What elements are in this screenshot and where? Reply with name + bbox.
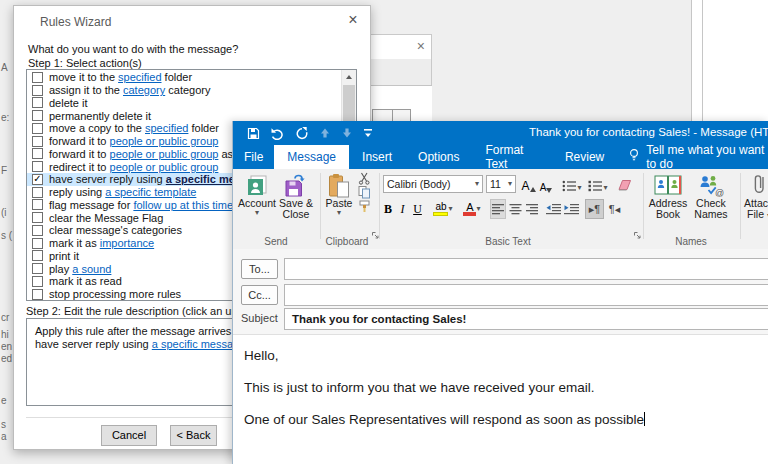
up-arrow-icon[interactable] — [319, 127, 331, 139]
chevron-down-icon: ▾ — [337, 209, 341, 217]
action-value-link[interactable]: people or public group — [110, 135, 219, 147]
paste-button[interactable]: Paste ▾ — [324, 171, 354, 217]
scroll-up-button[interactable] — [342, 70, 356, 84]
tab-file[interactable]: File — [233, 145, 274, 169]
tab-review[interactable]: Review — [552, 145, 617, 169]
action-checkbox[interactable] — [32, 72, 43, 83]
action-list-item[interactable]: move it to the specified folder — [27, 71, 341, 84]
right-to-left-button[interactable]: ¶◂ — [605, 199, 624, 219]
action-checkbox[interactable] — [32, 148, 43, 159]
save-and-close-button[interactable]: Save & Close — [277, 171, 315, 220]
action-list-item[interactable]: delete it — [27, 97, 341, 110]
action-checkbox[interactable] — [32, 85, 43, 96]
group-label-basic-text: Basic Text — [383, 236, 633, 247]
scissors-icon — [358, 172, 370, 185]
increase-indent-icon — [564, 204, 579, 215]
close-icon[interactable]: × — [417, 38, 425, 54]
attach-file-button[interactable]: Attach File ▾ — [744, 171, 768, 220]
numbering-button[interactable]: ▾ — [586, 176, 610, 192]
tab-format-text[interactable]: Format Text — [472, 145, 552, 169]
action-checkbox[interactable] — [32, 238, 43, 249]
to-field[interactable] — [284, 258, 768, 280]
close-icon[interactable]: × — [343, 10, 363, 30]
action-checkbox[interactable]: ✓ — [32, 174, 43, 185]
action-value-link[interactable]: specified — [145, 122, 188, 134]
background-text-fragment: A — [1, 62, 8, 73]
action-value-link[interactable]: people or public group — [110, 148, 219, 160]
background-text-fragment: s — [1, 419, 6, 430]
address-book-button[interactable]: Address Book — [648, 171, 688, 220]
account-button[interactable]: Account ▾ — [239, 171, 275, 217]
tab-insert[interactable]: Insert — [349, 145, 405, 169]
action-checkbox[interactable] — [32, 187, 43, 198]
font-size-combo[interactable]: 11 ▾ — [486, 175, 516, 193]
clear-formatting-button[interactable] — [616, 176, 634, 192]
grow-font-button[interactable]: A — [520, 176, 537, 193]
action-value-link[interactable]: people or public group — [110, 161, 219, 173]
cancel-button[interactable]: Cancel — [101, 425, 157, 446]
align-left-button[interactable] — [490, 199, 506, 219]
action-checkbox[interactable] — [32, 161, 43, 172]
action-checkbox[interactable] — [32, 123, 43, 134]
action-value-link[interactable]: follow up at this time — [133, 199, 233, 211]
undo-icon[interactable] — [270, 127, 285, 140]
action-value-link[interactable]: specified — [118, 71, 161, 83]
bold-button[interactable]: B — [381, 199, 395, 219]
redo-icon[interactable] — [295, 127, 309, 140]
action-value-link[interactable]: a specific template — [105, 186, 196, 198]
group-label-send: Send — [233, 236, 319, 247]
rule-description-line: have server reply using a specific messa… — [35, 338, 245, 350]
message-body-editor[interactable]: Hello, This is just to inform you that w… — [233, 335, 768, 464]
shrink-font-button[interactable]: A — [538, 176, 554, 193]
background-window-left-strip: Ae:F(is (crhienedesa — [0, 0, 13, 464]
align-right-button[interactable] — [524, 199, 540, 219]
action-checkbox[interactable] — [32, 212, 43, 223]
cc-button[interactable]: Cc... — [241, 285, 278, 305]
italic-button[interactable]: I — [397, 199, 408, 219]
action-checkbox[interactable] — [32, 225, 43, 236]
font-color-button[interactable]: A ▾ — [459, 199, 485, 219]
action-value-link[interactable]: a sound — [72, 263, 111, 275]
action-checkbox[interactable] — [32, 136, 43, 147]
check-names-button[interactable]: @ Check Names — [690, 171, 732, 220]
bullets-button[interactable]: ▾ — [560, 176, 584, 192]
chevron-down-icon: ▾ — [603, 184, 607, 192]
action-list-item[interactable]: assign it to the category category — [27, 84, 341, 97]
dialog-launcher-icon[interactable] — [633, 226, 642, 244]
action-checkbox[interactable] — [32, 97, 43, 108]
action-checkbox[interactable] — [32, 110, 43, 121]
action-checkbox[interactable] — [32, 199, 43, 210]
tell-me-box[interactable]: Tell me what you want to do — [617, 145, 768, 169]
align-center-button[interactable] — [507, 199, 523, 219]
subject-field[interactable]: Thank you for contacting Sales! — [284, 308, 768, 330]
down-arrow-icon[interactable] — [341, 127, 353, 139]
action-value-link[interactable]: category — [123, 84, 165, 96]
action-checkbox[interactable] — [32, 263, 43, 274]
action-checkbox[interactable] — [32, 276, 43, 287]
left-to-right-button[interactable]: ▸¶ — [585, 199, 604, 219]
action-label: permanently delete it — [49, 110, 151, 122]
font-name-combo[interactable]: Calibri (Body) ▾ — [383, 175, 483, 193]
customize-qat-icon[interactable] — [363, 127, 373, 139]
underline-button[interactable]: U — [410, 199, 425, 219]
save-icon[interactable] — [247, 127, 260, 140]
back-button[interactable]: < Back — [170, 425, 217, 446]
action-value-link[interactable]: importance — [100, 237, 154, 249]
action-label: move it to the specified folder — [49, 71, 192, 83]
highlight-button[interactable]: ab ▾ — [430, 199, 456, 219]
cut-button[interactable] — [356, 172, 372, 185]
background-text-fragment: hi — [1, 329, 9, 340]
copy-button[interactable] — [356, 186, 372, 199]
desktop: Ae:F(is (crhienedesa × Rules Wizard × Wh… — [0, 0, 768, 464]
format-painter-button[interactable] — [356, 200, 372, 213]
action-checkbox[interactable] — [32, 250, 43, 261]
numbered-list-icon — [588, 180, 603, 192]
increase-indent-button[interactable] — [563, 199, 580, 219]
tab-options[interactable]: Options — [405, 145, 472, 169]
action-checkbox[interactable] — [32, 289, 43, 300]
cc-field[interactable] — [284, 284, 768, 306]
decrease-indent-button[interactable] — [545, 199, 562, 219]
to-button[interactable]: To... — [241, 259, 278, 279]
action-label: clear message's categories — [49, 224, 182, 236]
tab-message[interactable]: Message — [274, 145, 349, 169]
